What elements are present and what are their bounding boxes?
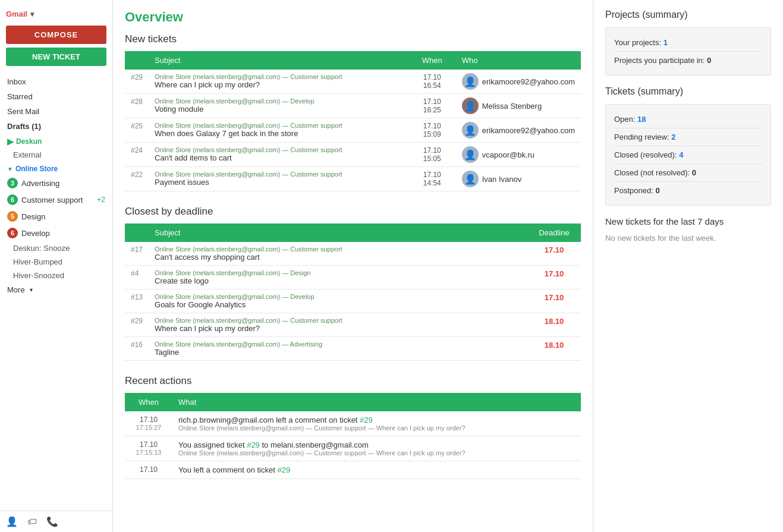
ticket-subject-cell: Online Store (melani.stenberg@gmail.com)… <box>149 143 408 167</box>
ticket-meta: Online Store (melani.stenberg@gmail.com)… <box>155 245 521 253</box>
gmail-dropdown-icon[interactable]: ▾ <box>30 10 34 18</box>
new-ticket-button[interactable]: NEW TICKET <box>6 48 106 66</box>
people-icon[interactable]: 👤 <box>6 516 18 527</box>
action-what: You left a comment on ticket #29 <box>178 465 575 474</box>
closed-unresolved-val: 0 <box>692 168 696 177</box>
table-row[interactable]: #28 Online Store (melani.stenberg@gmail.… <box>125 94 581 118</box>
sidebar-item-advertising[interactable]: 3 Advertising <box>0 175 112 191</box>
avatar: 👤 <box>462 73 479 90</box>
ticket-time: 15:09 <box>414 130 450 138</box>
sidebar-item-develop[interactable]: 6 Develop <box>0 225 112 241</box>
ticket-date: 17.10 <box>414 73 450 81</box>
sidebar-item-more[interactable]: More ▾ <box>0 282 112 297</box>
gmail-logo[interactable]: Gmail ▾ <box>0 5 112 26</box>
ticket-subject[interactable]: Create site logo <box>155 276 521 285</box>
sent-label: Sent Mail <box>7 107 39 116</box>
ticket-subject[interactable]: Goals for Google Analytics <box>155 300 521 309</box>
who-name: erikamoore92@yahoo.com <box>482 126 575 135</box>
deadline-val: 18.10 <box>527 337 581 361</box>
nav-menu: Inbox Starred Sent Mail Drafts (1) ▶ Des… <box>0 72 112 300</box>
action-text: You left a comment on ticket <box>178 465 277 474</box>
ticket-subject[interactable]: Can't access my shopping cart <box>155 253 521 262</box>
sidebar-item-deskun-snooze[interactable]: Deskun: Snooze <box>0 241 112 255</box>
closed-resolved-row: Closed (resolved): 4 <box>614 146 762 164</box>
ticket-date: 17.10 <box>414 146 450 155</box>
new-tickets-title: New tickets <box>125 33 581 45</box>
inbox-label: Inbox <box>7 77 26 86</box>
main-content: Overview New tickets Subject When Who #2… <box>113 0 593 532</box>
ticket-meta: Online Store (melani.stenberg@gmail.com)… <box>155 97 402 105</box>
tickets-summary-box: Open: 18 Pending review: 2 Closed (resol… <box>605 104 771 206</box>
projects-summary-box: Your projects: 1 Projects you participat… <box>605 27 771 75</box>
action-sub: Online Store (melani.stenberg@gmail.com)… <box>178 449 575 457</box>
ticket-link[interactable]: #29 <box>277 465 290 474</box>
phone-icon[interactable]: 📞 <box>46 516 58 527</box>
col-who-header: Who <box>456 51 581 70</box>
who-name: vcapoor@bk.ru <box>482 150 534 159</box>
ticket-subject[interactable]: Where can I pick up my order? <box>155 80 402 89</box>
table-row[interactable]: #4 Online Store (melani.stenberg@gmail.c… <box>125 266 581 289</box>
ticket-subject[interactable]: Tagline <box>155 348 521 357</box>
customer-support-label: Customer support <box>21 196 92 204</box>
pending-val: 2 <box>671 133 675 141</box>
drafts-label: Drafts (1) <box>7 122 41 131</box>
table-row[interactable]: #25 Online Store (melani.stenberg@gmail.… <box>125 118 581 143</box>
ticket-date: 17.10 <box>414 171 450 179</box>
table-row: 17.10 17:15:27 rich.p.browning@gmail.com… <box>125 411 581 436</box>
col-when-act-header: When <box>125 393 172 411</box>
design-label: Design <box>21 212 105 221</box>
table-row[interactable]: #22 Online Store (melani.stenberg@gmail.… <box>125 167 581 191</box>
ticket-number: #29 <box>125 313 149 337</box>
ticket-link[interactable]: #29 <box>360 415 373 424</box>
action-date: 17.10 <box>131 415 166 424</box>
table-row[interactable]: #13 Online Store (melani.stenberg@gmail.… <box>125 289 581 313</box>
postponed-label: Postponed: <box>614 186 653 195</box>
sidebar-item-drafts[interactable]: Drafts (1) <box>0 119 112 134</box>
ticket-subject[interactable]: Can't add items to cart <box>155 153 402 162</box>
table-row[interactable]: #17 Online Store (melani.stenberg@gmail.… <box>125 242 581 266</box>
table-row[interactable]: #29 Online Store (melani.stenberg@gmail.… <box>125 313 581 337</box>
sidebar-footer: 👤 🏷 📞 <box>0 511 112 532</box>
action-when: 17.10 <box>125 461 172 479</box>
ticket-link[interactable]: #29 <box>247 440 260 449</box>
deadline-val: 18.10 <box>527 313 581 337</box>
sidebar-item-customer-support[interactable]: 6 Customer support +2 <box>0 191 112 208</box>
compose-button[interactable]: COMPOSE <box>6 26 106 44</box>
closed-unresolved-row: Closed (not resolved): 0 <box>614 164 762 182</box>
advertising-label: Advertising <box>21 179 105 188</box>
sidebar-item-starred[interactable]: Starred <box>0 89 112 104</box>
deadline-subject-cell: Online Store (melani.stenberg@gmail.com)… <box>149 337 527 361</box>
action-date: 17.10 <box>131 440 166 449</box>
sidebar-item-hiver-snoozed[interactable]: Hiver-Snoozed <box>0 269 112 282</box>
ticket-subject[interactable]: Where can I pick up my order? <box>155 324 521 333</box>
tag-icon[interactable]: 🏷 <box>27 517 37 527</box>
deadline-subject-cell: Online Store (melani.stenberg@gmail.com)… <box>149 289 527 313</box>
deadline-subject-cell: Online Store (melani.stenberg@gmail.com)… <box>149 266 527 289</box>
new-tickets-table: Subject When Who #29 Online Store (melan… <box>125 51 581 191</box>
ticket-time: 14:54 <box>414 179 450 187</box>
deskun-group[interactable]: ▶ Deskun <box>0 134 112 148</box>
ticket-number: #29 <box>125 70 149 94</box>
col-subject-dl-header: Subject <box>149 223 527 242</box>
table-row[interactable]: #29 Online Store (melani.stenberg@gmail.… <box>125 70 581 94</box>
sidebar-item-hiver-bumped[interactable]: Hiver-Bumped <box>0 255 112 269</box>
deadline-val: 17.10 <box>527 289 581 313</box>
your-projects-label: Your projects: <box>614 38 661 47</box>
gmail-label: Gmail <box>6 10 27 18</box>
online-store-label: Online Store <box>15 165 58 173</box>
sidebar-item-inbox[interactable]: Inbox <box>0 74 112 89</box>
action-text: rich.p.browning@gmail.com left a comment… <box>178 415 360 424</box>
ticket-subject[interactable]: Voting module <box>155 105 402 114</box>
open-row: Open: 18 <box>614 111 762 128</box>
ticket-subject[interactable]: Payment issues <box>155 178 402 187</box>
table-row[interactable]: #24 Online Store (melani.stenberg@gmail.… <box>125 143 581 167</box>
who-cell: 👤 Ivan Ivanov <box>462 171 575 187</box>
sidebar-item-design[interactable]: 5 Design <box>0 208 112 225</box>
sidebar-item-sent[interactable]: Sent Mail <box>0 104 112 119</box>
ticket-subject[interactable]: When does Galaxy 7 get back in the store <box>155 129 402 138</box>
col-when-header: When <box>408 51 456 70</box>
sidebar-item-external[interactable]: External <box>0 148 112 162</box>
online-store-group[interactable]: ▼ Online Store <box>0 162 112 175</box>
table-row[interactable]: #16 Online Store (melani.stenberg@gmail.… <box>125 337 581 361</box>
who-name: Melissa Stenberg <box>482 102 542 111</box>
